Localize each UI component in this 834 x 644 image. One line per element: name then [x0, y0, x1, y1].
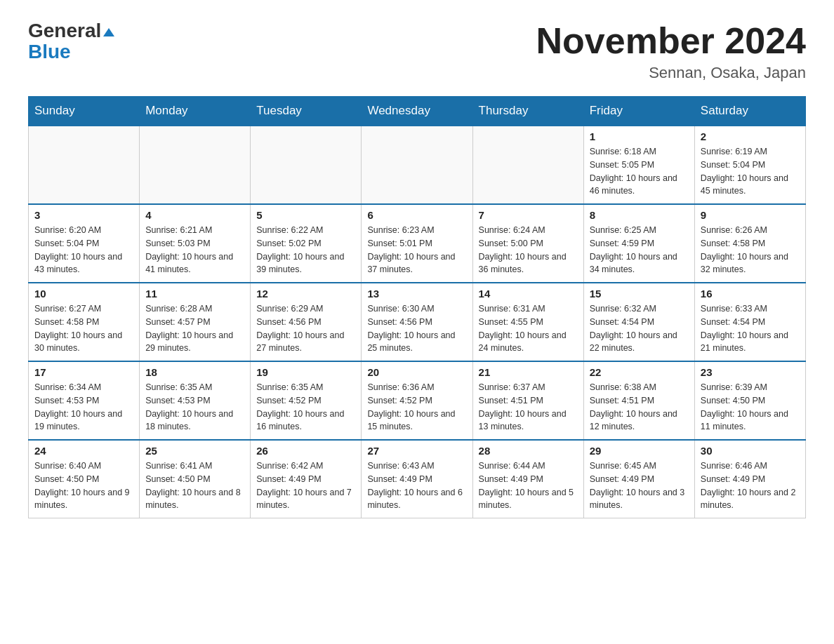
location-title: Sennan, Osaka, Japan: [536, 64, 806, 82]
calendar-cell: 16Sunrise: 6:33 AM Sunset: 4:54 PM Dayli…: [694, 283, 805, 361]
day-number: 12: [256, 288, 355, 300]
day-info: Sunrise: 6:32 AM Sunset: 4:54 PM Dayligh…: [590, 302, 689, 355]
day-number: 20: [367, 366, 466, 378]
calendar-cell: 3Sunrise: 6:20 AM Sunset: 5:04 PM Daylig…: [29, 204, 140, 283]
day-info: Sunrise: 6:28 AM Sunset: 4:57 PM Dayligh…: [145, 302, 244, 355]
logo-line2: Blue: [28, 42, 71, 62]
calendar-cell: 30Sunrise: 6:46 AM Sunset: 4:49 PM Dayli…: [694, 440, 805, 518]
day-number: 23: [701, 366, 800, 378]
day-info: Sunrise: 6:27 AM Sunset: 4:58 PM Dayligh…: [34, 302, 133, 355]
day-number: 16: [701, 288, 800, 300]
day-number: 25: [145, 445, 244, 457]
calendar-cell: 23Sunrise: 6:39 AM Sunset: 4:50 PM Dayli…: [694, 361, 805, 440]
calendar-cell: 2Sunrise: 6:19 AM Sunset: 5:04 PM Daylig…: [694, 126, 805, 204]
day-info: Sunrise: 6:39 AM Sunset: 4:50 PM Dayligh…: [701, 381, 800, 434]
day-number: 19: [256, 366, 355, 378]
calendar-header-saturday: Saturday: [694, 97, 805, 126]
day-info: Sunrise: 6:43 AM Sunset: 4:49 PM Dayligh…: [367, 459, 466, 512]
calendar-cell: 22Sunrise: 6:38 AM Sunset: 4:51 PM Dayli…: [583, 361, 694, 440]
calendar-header-wednesday: Wednesday: [362, 97, 472, 126]
day-number: 2: [701, 130, 800, 142]
day-number: 27: [367, 445, 466, 457]
day-info: Sunrise: 6:29 AM Sunset: 4:56 PM Dayligh…: [256, 302, 355, 355]
calendar-cell: 12Sunrise: 6:29 AM Sunset: 4:56 PM Dayli…: [251, 283, 362, 361]
calendar-header-friday: Friday: [583, 97, 694, 126]
calendar-cell: 28Sunrise: 6:44 AM Sunset: 4:49 PM Dayli…: [472, 440, 583, 518]
day-info: Sunrise: 6:25 AM Sunset: 4:59 PM Dayligh…: [590, 224, 689, 276]
day-number: 21: [479, 366, 578, 378]
calendar-cell: 29Sunrise: 6:45 AM Sunset: 4:49 PM Dayli…: [583, 440, 694, 518]
title-block: November 2024 Sennan, Osaka, Japan: [536, 21, 806, 82]
calendar-cell: 24Sunrise: 6:40 AM Sunset: 4:50 PM Dayli…: [29, 440, 140, 518]
day-info: Sunrise: 6:30 AM Sunset: 4:56 PM Dayligh…: [367, 302, 466, 355]
day-info: Sunrise: 6:20 AM Sunset: 5:04 PM Dayligh…: [34, 224, 133, 276]
day-number: 18: [145, 366, 244, 378]
day-info: Sunrise: 6:31 AM Sunset: 4:55 PM Dayligh…: [479, 302, 578, 355]
calendar-header-row: SundayMondayTuesdayWednesdayThursdayFrid…: [29, 97, 806, 126]
calendar-header-tuesday: Tuesday: [251, 97, 362, 126]
page-header: General Blue November 2024 Sennan, Osaka…: [28, 21, 806, 82]
day-number: 13: [367, 288, 466, 300]
calendar-cell: 6Sunrise: 6:23 AM Sunset: 5:01 PM Daylig…: [362, 204, 472, 283]
calendar-cell: 4Sunrise: 6:21 AM Sunset: 5:03 PM Daylig…: [140, 204, 251, 283]
day-info: Sunrise: 6:21 AM Sunset: 5:03 PM Dayligh…: [145, 224, 244, 276]
day-info: Sunrise: 6:37 AM Sunset: 4:51 PM Dayligh…: [479, 381, 578, 434]
day-info: Sunrise: 6:35 AM Sunset: 4:52 PM Dayligh…: [256, 381, 355, 434]
calendar-header-sunday: Sunday: [29, 97, 140, 126]
calendar-cell: [472, 126, 583, 204]
day-number: 14: [479, 288, 578, 300]
calendar-cell: 15Sunrise: 6:32 AM Sunset: 4:54 PM Dayli…: [583, 283, 694, 361]
month-title: November 2024: [536, 21, 806, 61]
calendar-cell: 25Sunrise: 6:41 AM Sunset: 4:50 PM Dayli…: [140, 440, 251, 518]
calendar-week-row: 1Sunrise: 6:18 AM Sunset: 5:05 PM Daylig…: [29, 126, 806, 204]
day-info: Sunrise: 6:19 AM Sunset: 5:04 PM Dayligh…: [701, 145, 800, 198]
calendar-cell: 10Sunrise: 6:27 AM Sunset: 4:58 PM Dayli…: [29, 283, 140, 361]
day-number: 15: [590, 288, 689, 300]
day-info: Sunrise: 6:22 AM Sunset: 5:02 PM Dayligh…: [256, 224, 355, 276]
day-number: 29: [590, 445, 689, 457]
day-number: 3: [34, 209, 133, 221]
calendar-cell: 7Sunrise: 6:24 AM Sunset: 5:00 PM Daylig…: [472, 204, 583, 283]
day-info: Sunrise: 6:23 AM Sunset: 5:01 PM Dayligh…: [367, 224, 466, 276]
day-number: 11: [145, 288, 244, 300]
day-number: 9: [701, 209, 800, 221]
calendar-cell: 21Sunrise: 6:37 AM Sunset: 4:51 PM Dayli…: [472, 361, 583, 440]
logo-line1: General: [28, 21, 114, 41]
day-number: 22: [590, 366, 689, 378]
calendar-cell: 26Sunrise: 6:42 AM Sunset: 4:49 PM Dayli…: [251, 440, 362, 518]
calendar-cell: 20Sunrise: 6:36 AM Sunset: 4:52 PM Dayli…: [362, 361, 472, 440]
day-info: Sunrise: 6:35 AM Sunset: 4:53 PM Dayligh…: [145, 381, 244, 434]
calendar-cell: 17Sunrise: 6:34 AM Sunset: 4:53 PM Dayli…: [29, 361, 140, 440]
calendar-header-thursday: Thursday: [472, 97, 583, 126]
day-number: 6: [367, 209, 466, 221]
day-info: Sunrise: 6:36 AM Sunset: 4:52 PM Dayligh…: [367, 381, 466, 434]
day-number: 4: [145, 209, 244, 221]
calendar-week-row: 17Sunrise: 6:34 AM Sunset: 4:53 PM Dayli…: [29, 361, 806, 440]
calendar-cell: [140, 126, 251, 204]
day-info: Sunrise: 6:42 AM Sunset: 4:49 PM Dayligh…: [256, 459, 355, 512]
calendar-cell: 18Sunrise: 6:35 AM Sunset: 4:53 PM Dayli…: [140, 361, 251, 440]
day-number: 10: [34, 288, 133, 300]
day-info: Sunrise: 6:44 AM Sunset: 4:49 PM Dayligh…: [479, 459, 578, 512]
calendar-cell: 11Sunrise: 6:28 AM Sunset: 4:57 PM Dayli…: [140, 283, 251, 361]
calendar-header-monday: Monday: [140, 97, 251, 126]
day-info: Sunrise: 6:18 AM Sunset: 5:05 PM Dayligh…: [590, 145, 689, 198]
day-number: 1: [590, 130, 689, 142]
calendar-cell: 1Sunrise: 6:18 AM Sunset: 5:05 PM Daylig…: [583, 126, 694, 204]
day-info: Sunrise: 6:24 AM Sunset: 5:00 PM Dayligh…: [479, 224, 578, 276]
calendar-cell: [362, 126, 472, 204]
calendar-cell: 8Sunrise: 6:25 AM Sunset: 4:59 PM Daylig…: [583, 204, 694, 283]
calendar-cell: 13Sunrise: 6:30 AM Sunset: 4:56 PM Dayli…: [362, 283, 472, 361]
calendar-cell: 9Sunrise: 6:26 AM Sunset: 4:58 PM Daylig…: [694, 204, 805, 283]
day-info: Sunrise: 6:45 AM Sunset: 4:49 PM Dayligh…: [590, 459, 689, 512]
day-info: Sunrise: 6:46 AM Sunset: 4:49 PM Dayligh…: [701, 459, 800, 512]
calendar-table: SundayMondayTuesdayWednesdayThursdayFrid…: [28, 96, 806, 518]
calendar-week-row: 24Sunrise: 6:40 AM Sunset: 4:50 PM Dayli…: [29, 440, 806, 518]
calendar-cell: [29, 126, 140, 204]
calendar-cell: 19Sunrise: 6:35 AM Sunset: 4:52 PM Dayli…: [251, 361, 362, 440]
day-number: 30: [701, 445, 800, 457]
logo: General Blue: [28, 21, 114, 62]
calendar-week-row: 10Sunrise: 6:27 AM Sunset: 4:58 PM Dayli…: [29, 283, 806, 361]
day-number: 28: [479, 445, 578, 457]
day-info: Sunrise: 6:41 AM Sunset: 4:50 PM Dayligh…: [145, 459, 244, 512]
